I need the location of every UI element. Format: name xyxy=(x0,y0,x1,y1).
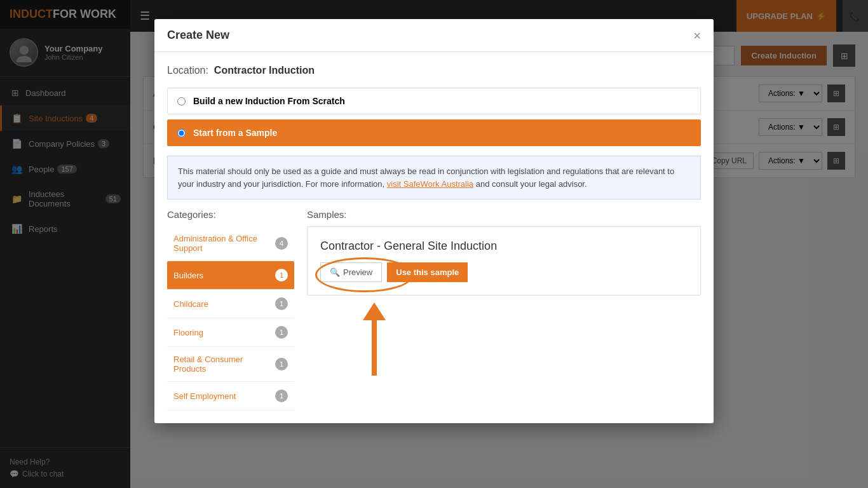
modal-overlay[interactable]: Create New × Location: Contractor Induct… xyxy=(0,0,868,488)
modal-close-button[interactable]: × xyxy=(693,29,701,42)
category-label: Retail & Consumer Products xyxy=(173,355,275,374)
modal-body: Location: Contractor Induction Build a n… xyxy=(154,52,714,423)
preview-label: Preview xyxy=(343,268,372,277)
categories-samples-section: Categories: Administration & Office Supp… xyxy=(167,209,701,410)
category-label: Flooring xyxy=(173,328,203,337)
modal-header: Create New × xyxy=(154,19,714,52)
build-scratch-option[interactable]: Build a new Induction From Scratch xyxy=(167,88,701,114)
modal-location: Location: Contractor Induction xyxy=(167,65,701,76)
category-label: Administration & Office Support xyxy=(173,234,275,253)
scratch-radio[interactable] xyxy=(177,97,186,105)
samples-label: Samples: xyxy=(307,209,701,220)
category-item-builders[interactable]: Builders 1 xyxy=(167,261,294,290)
categories-label: Categories: xyxy=(167,209,294,220)
info-box: This material should only be used as a g… xyxy=(167,156,701,200)
category-badge: 1 xyxy=(275,297,288,310)
category-badge: 1 xyxy=(275,326,288,339)
location-prefix: Location: xyxy=(167,65,208,76)
arrow-annotation xyxy=(362,304,387,385)
arrow-shaft xyxy=(372,312,377,376)
category-label: Builders xyxy=(173,271,203,280)
search-icon: 🔍 xyxy=(330,268,340,277)
category-badge: 1 xyxy=(275,358,288,370)
category-item-flooring[interactable]: Flooring 1 xyxy=(167,318,294,347)
safework-link[interactable]: visit SafeWork Australia xyxy=(387,179,473,189)
main-content: ☰ UPGRADE PLAN ⚡ 📞 Active Inactive All C… xyxy=(130,0,868,488)
use-sample-button[interactable]: Use this sample xyxy=(387,262,468,282)
categories-panel: Categories: Administration & Office Supp… xyxy=(167,209,294,410)
location-name: Contractor Induction xyxy=(214,65,315,76)
category-item-childcare[interactable]: Childcare 1 xyxy=(167,290,294,318)
category-item-admin[interactable]: Administration & Office Support 4 xyxy=(167,226,294,261)
category-label: Childcare xyxy=(173,299,208,309)
category-item-retail[interactable]: Retail & Consumer Products 1 xyxy=(167,347,294,382)
category-label: Self Employment xyxy=(173,391,236,401)
category-badge: 1 xyxy=(275,269,288,281)
arrow-head xyxy=(363,302,386,320)
scratch-label: Build a new Induction From Scratch xyxy=(193,96,345,106)
sample-card: Contractor - General Site Induction 🔍 Pr… xyxy=(307,226,701,295)
sample-title: Contractor - General Site Induction xyxy=(320,240,688,253)
modal-title: Create New xyxy=(167,29,229,42)
sample-radio[interactable] xyxy=(177,129,186,137)
samples-panel: Samples: Contractor - General Site Induc… xyxy=(307,209,701,410)
sample-label: Start from a Sample xyxy=(193,128,277,138)
category-badge: 1 xyxy=(275,390,288,402)
create-new-modal: Create New × Location: Contractor Induct… xyxy=(154,19,714,423)
sample-buttons: 🔍 Preview Use this sample xyxy=(320,262,688,282)
category-badge: 4 xyxy=(275,237,288,250)
category-item-self-employment[interactable]: Self Employment 1 xyxy=(167,382,294,410)
start-sample-option[interactable]: Start from a Sample xyxy=(167,119,701,146)
info-text2: and consult your legal advisor. xyxy=(476,179,587,189)
preview-button[interactable]: 🔍 Preview xyxy=(320,262,382,282)
